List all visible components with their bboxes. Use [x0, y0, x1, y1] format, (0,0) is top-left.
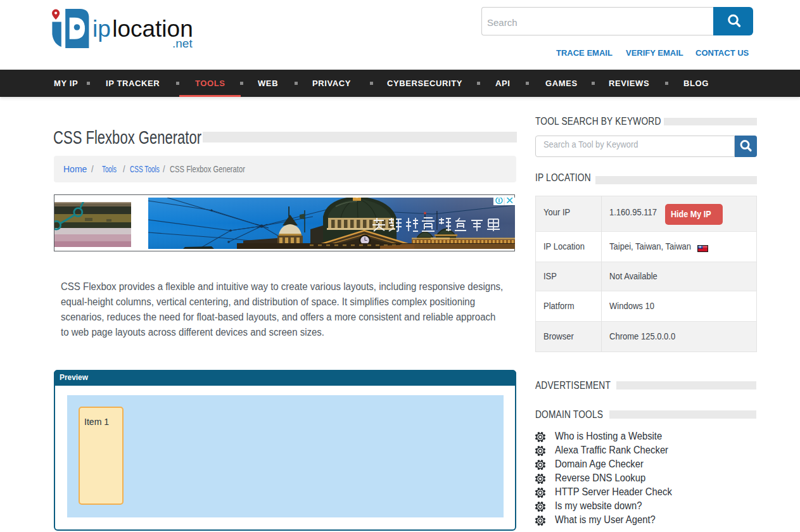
svg-text:.net: .net	[172, 37, 193, 50]
svg-text:ip: ip	[92, 16, 111, 42]
